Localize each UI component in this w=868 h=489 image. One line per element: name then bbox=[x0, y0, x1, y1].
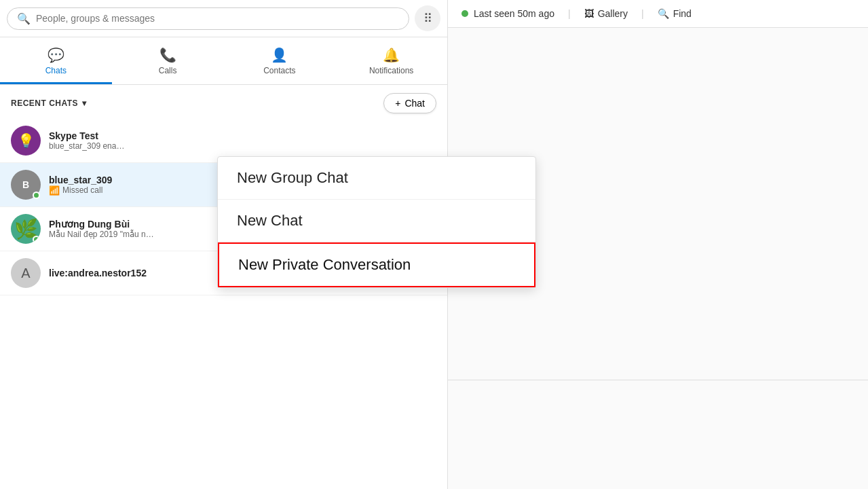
tab-calls-label: Calls bbox=[159, 66, 177, 75]
find-label: Find bbox=[673, 8, 692, 19]
search-input-wrap[interactable]: 🔍 bbox=[7, 7, 409, 30]
separator-2: | bbox=[641, 8, 644, 19]
tab-notifications[interactable]: 🔔 Notifications bbox=[335, 41, 447, 84]
chat-btn-label: Chat bbox=[404, 98, 425, 109]
online-indicator-phuong bbox=[33, 236, 40, 243]
gallery-label: Gallery bbox=[598, 8, 628, 19]
divider-line bbox=[448, 380, 868, 380]
tab-contacts-label: Contacts bbox=[263, 66, 295, 75]
tab-chats[interactable]: 💬 Chats bbox=[0, 41, 112, 84]
tab-calls[interactable]: 📞 Calls bbox=[112, 41, 224, 84]
recent-chats-header: RECENT CHATS ▾ + Chat bbox=[0, 85, 447, 119]
left-panel: 🔍 ⠿ 💬 Chats 📞 Calls 👤 Contacts 🔔 Notific… bbox=[0, 0, 448, 489]
calls-icon: 📞 bbox=[159, 47, 176, 63]
avatar-emoji-skype-test: 💡 bbox=[18, 132, 35, 149]
search-input[interactable] bbox=[36, 13, 399, 24]
find-action[interactable]: 🔍 Find bbox=[658, 8, 692, 19]
find-icon: 🔍 bbox=[658, 8, 669, 19]
recent-chats-label: RECENT CHATS ▾ bbox=[11, 98, 87, 108]
status-dot bbox=[461, 10, 468, 17]
notifications-icon: 🔔 bbox=[383, 47, 400, 63]
tab-notifications-label: Notifications bbox=[369, 66, 413, 75]
chat-info-skype-test: Skype Test blue_star_309 ena… bbox=[49, 130, 428, 151]
new-chat-dropdown: New Group Chat New Chat New Private Conv… bbox=[217, 156, 536, 288]
gallery-icon: 🖼 bbox=[584, 8, 594, 19]
new-chat-button[interactable]: + Chat bbox=[383, 93, 436, 113]
chevron-down-icon: ▾ bbox=[82, 98, 87, 108]
search-bar: 🔍 ⠿ bbox=[0, 0, 447, 37]
tab-chats-label: Chats bbox=[45, 66, 67, 75]
dropdown-item-new-private-conversation[interactable]: New Private Conversation bbox=[218, 242, 535, 287]
tab-contacts[interactable]: 👤 Contacts bbox=[224, 41, 336, 84]
last-seen-text: Last seen 50m ago bbox=[474, 8, 554, 19]
chats-icon: 💬 bbox=[48, 47, 64, 63]
avatar-phuong: 🌿 bbox=[11, 214, 41, 244]
dropdown-item-new-group-chat[interactable]: New Group Chat bbox=[218, 157, 535, 200]
online-indicator-blue-star bbox=[33, 192, 40, 199]
chat-name-skype-test: Skype Test bbox=[49, 130, 428, 141]
dropdown-item-new-chat[interactable]: New Chat bbox=[218, 200, 535, 242]
nav-tabs: 💬 Chats 📞 Calls 👤 Contacts 🔔 Notificatio… bbox=[0, 37, 447, 85]
missed-call-icon: 📶 bbox=[49, 185, 60, 196]
plus-icon: + bbox=[395, 98, 400, 109]
avatar-andrea: A bbox=[11, 258, 41, 288]
avatar-blue-star: B bbox=[11, 170, 41, 200]
grid-menu-button[interactable]: ⠿ bbox=[415, 5, 440, 31]
chat-preview-skype-test: blue_star_309 ena… bbox=[49, 141, 428, 151]
contacts-icon: 👤 bbox=[271, 47, 288, 63]
avatar-skype-test: 💡 bbox=[11, 126, 41, 156]
separator-1: | bbox=[568, 8, 571, 19]
gallery-action[interactable]: 🖼 Gallery bbox=[584, 8, 628, 19]
search-icon: 🔍 bbox=[17, 12, 31, 25]
right-panel-header: Last seen 50m ago | 🖼 Gallery | 🔍 Find bbox=[448, 0, 868, 28]
